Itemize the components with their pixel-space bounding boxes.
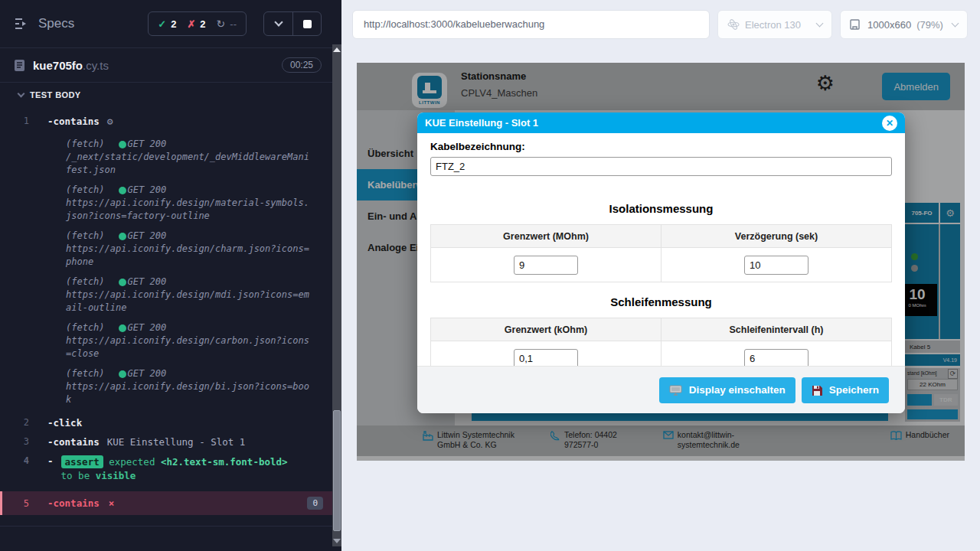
command-row-contains-1[interactable]: 1 -contains⚙ bbox=[0, 112, 332, 131]
display-on-button[interactable]: Display einschalten bbox=[659, 377, 795, 403]
cable-name-label: Kabelbezeichnung: bbox=[430, 141, 892, 152]
viewport-icon bbox=[850, 19, 862, 30]
fetch-log-entry[interactable]: (fetch)GET 200 https://api.iconify.desig… bbox=[66, 276, 311, 315]
stop-tests-button[interactable] bbox=[292, 12, 321, 35]
specs-title: Specs bbox=[38, 16, 74, 31]
table-cell bbox=[662, 248, 892, 282]
status-dot-icon bbox=[119, 233, 126, 240]
modal-header: KUE Einstellung - Slot 1 ✕ bbox=[417, 112, 905, 133]
command-name: -contains bbox=[47, 436, 100, 448]
cable-name-input[interactable] bbox=[430, 157, 892, 176]
passed-icon: ✓ bbox=[158, 18, 166, 30]
scroll-down-icon[interactable] bbox=[333, 539, 341, 543]
url-input[interactable]: http://localhost:3000/kabelueberwachung bbox=[352, 10, 710, 39]
collapse-all-button[interactable] bbox=[264, 12, 292, 35]
iso-delay-input[interactable] bbox=[744, 256, 808, 275]
table-cell bbox=[431, 248, 662, 282]
display-icon bbox=[669, 385, 682, 396]
reporter-controls bbox=[263, 11, 322, 36]
fail-x-icon: × bbox=[109, 497, 115, 509]
reporter-header: Specs ✓2 ✗2 ↻-- bbox=[0, 0, 332, 47]
isolation-heading: Isolationsmessung bbox=[430, 202, 892, 215]
loop-limit-input[interactable] bbox=[514, 349, 578, 368]
chevron-down-icon bbox=[952, 20, 959, 28]
cypress-reporter-sidebar: Specs ✓2 ✗2 ↻-- kue705fo.cy.ts 00:25 TES… bbox=[0, 0, 332, 551]
stat-pending: ↻-- bbox=[217, 18, 237, 30]
loop-heading: Schleifenmessung bbox=[430, 295, 892, 308]
fetch-log-entry[interactable]: (fetch)GET 200 /_next/static/development… bbox=[66, 138, 311, 177]
fetch-log-entry[interactable]: (fetch)GET 200 https://api.iconify.desig… bbox=[66, 230, 311, 269]
scroll-up-icon[interactable] bbox=[333, 47, 341, 52]
fetch-log-entry[interactable]: (fetch)GET 200 https://api.iconify.desig… bbox=[66, 184, 311, 223]
reporter-scrollbar[interactable] bbox=[332, 0, 341, 551]
modal-footer: Display einschalten Speichern bbox=[417, 366, 905, 413]
chevron-down-icon bbox=[274, 18, 283, 26]
column-header: Grenzwert (kOhm) bbox=[431, 318, 662, 341]
close-icon[interactable]: ✕ bbox=[882, 116, 897, 131]
stat-passed: ✓2 bbox=[158, 18, 176, 30]
divider bbox=[0, 526, 332, 527]
assert-dash: - bbox=[47, 455, 54, 467]
browser-selector[interactable]: Electron 130 bbox=[717, 10, 832, 39]
modal-body: Kabelbezeichnung: Isolationsmessung Gren… bbox=[417, 133, 905, 376]
retry-count-badge: 0 bbox=[307, 497, 323, 510]
status-dot-icon bbox=[119, 370, 126, 378]
gear-icon: ⚙ bbox=[107, 116, 113, 127]
modal-title: KUE Einstellung - Slot 1 bbox=[425, 117, 538, 129]
app-under-test: LITTWIN Stationsname CPLV4_Maschen ⚙ Abm… bbox=[357, 63, 965, 461]
spec-file-icon bbox=[14, 59, 25, 72]
command-row-assert[interactable]: 4 - assert expected <h2.text-sm.font-bol… bbox=[0, 452, 332, 487]
command-row-contains-2[interactable]: 3 -containsKUE Einstellung - Slot 1 bbox=[0, 432, 332, 452]
viewport-selector[interactable]: 1000x660 (79%) bbox=[840, 10, 968, 39]
aut-panel: http://localhost:3000/kabelueberwachung … bbox=[341, 0, 980, 551]
command-name: -contains bbox=[47, 116, 100, 127]
scrollbar-track[interactable] bbox=[332, 44, 341, 546]
pending-icon: ↻ bbox=[217, 18, 226, 30]
assert-message: assert expected <h2.text-sm.font-bold> t… bbox=[61, 455, 291, 483]
command-row-contains-failed[interactable]: 5 -contains× 0 bbox=[0, 491, 332, 515]
command-name: -click bbox=[47, 417, 82, 429]
command-name: -contains bbox=[47, 497, 100, 509]
failed-icon: ✗ bbox=[187, 18, 195, 30]
spec-name: kue705fo.cy.ts bbox=[33, 59, 109, 72]
column-header: Schleifenintervall (h) bbox=[662, 318, 892, 341]
spec-file-row[interactable]: kue705fo.cy.ts 00:25 bbox=[0, 48, 332, 82]
save-button[interactable]: Speichern bbox=[802, 377, 889, 403]
status-dot-icon bbox=[119, 279, 126, 286]
column-header: Verzögerung (sek) bbox=[662, 225, 892, 248]
status-dot-icon bbox=[119, 141, 126, 148]
assert-selector: <h2.text-sm.font-bold> bbox=[161, 456, 288, 468]
electron-icon bbox=[727, 18, 740, 31]
url-toolbar: http://localhost:3000/kabelueberwachung … bbox=[352, 10, 968, 39]
status-dot-icon bbox=[119, 324, 126, 332]
chevron-down-icon bbox=[18, 90, 25, 98]
iso-limit-input[interactable] bbox=[514, 256, 578, 275]
assert-badge: assert bbox=[61, 455, 103, 468]
fetch-log-entry[interactable]: (fetch)GET 200 https://api.iconify.desig… bbox=[66, 321, 311, 360]
spec-duration-badge: 00:25 bbox=[282, 57, 322, 73]
status-dot-icon bbox=[119, 187, 126, 194]
isolation-table: Grenzwert (MOhm) Verzögerung (sek) bbox=[430, 224, 892, 282]
loop-interval-input[interactable] bbox=[744, 349, 808, 368]
kue-settings-modal: KUE Einstellung - Slot 1 ✕ Kabelbezeichn… bbox=[417, 112, 905, 413]
fetch-log-entry[interactable]: (fetch)GET 200 https://api.iconify.desig… bbox=[66, 367, 311, 406]
command-log: 1 -contains⚙ (fetch)GET 200 /_next/stati… bbox=[0, 107, 332, 527]
save-icon bbox=[812, 385, 822, 396]
command-argument: KUE Einstellung - Slot 1 bbox=[107, 436, 246, 448]
chevron-down-icon bbox=[816, 20, 824, 28]
specs-list-icon[interactable] bbox=[14, 18, 29, 30]
test-stats: ✓2 ✗2 ↻-- bbox=[148, 11, 247, 36]
command-row-click[interactable]: 2 -click bbox=[0, 413, 332, 432]
test-body-section-toggle[interactable]: TEST BODY bbox=[0, 83, 332, 107]
column-header: Grenzwert (MOhm) bbox=[431, 225, 662, 248]
stop-icon bbox=[303, 20, 312, 28]
scrollbar-thumb[interactable] bbox=[333, 410, 341, 531]
stat-failed: ✗2 bbox=[187, 18, 205, 30]
